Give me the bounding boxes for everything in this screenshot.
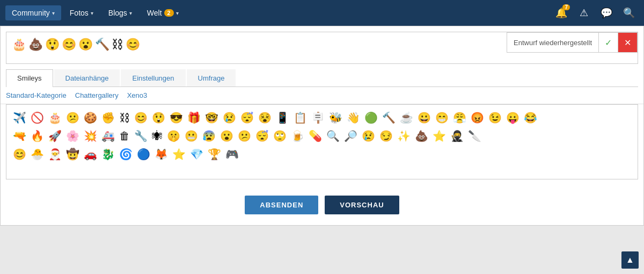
smiley-green[interactable]: 🟢 — [363, 110, 379, 125]
smiley-shock[interactable]: 😲 — [151, 110, 166, 125]
smiley-gem[interactable]: 💎 — [189, 147, 204, 162]
smiley-pill[interactable]: 💊 — [308, 128, 323, 143]
smiley-gold[interactable]: ⭐ — [431, 128, 447, 143]
draft-cancel-button[interactable]: ✕ — [618, 33, 637, 52]
smiley-cool[interactable]: 😎 — [169, 110, 184, 125]
smiley-firefox[interactable]: 🦊 — [153, 147, 169, 162]
submit-button[interactable]: ABSENDEN — [245, 196, 318, 214]
smiley-banned[interactable]: 🚫 — [30, 110, 45, 125]
smiley-ambulance[interactable]: 🚑 — [100, 128, 116, 143]
smiley-mad[interactable]: 😤 — [452, 110, 467, 125]
smiley-gift[interactable]: 🎁 — [186, 110, 202, 125]
notifications-button[interactable]: 🔔 7 — [552, 3, 571, 23]
smiley-dragon[interactable]: 🐉 — [100, 147, 116, 162]
smiley-werderwachsen[interactable]: 🪧 — [310, 110, 326, 125]
editor-smiley-3: 😲 — [45, 38, 60, 52]
smiley-fire[interactable]: 🔥 — [30, 128, 45, 143]
smiley-resistance[interactable]: ✊ — [100, 110, 116, 125]
smiley-trophy[interactable]: 🏆 — [207, 147, 222, 162]
nav-chevron-welt: ▾ — [176, 10, 179, 16]
smiley-tools[interactable]: 🔧 — [133, 128, 149, 143]
smiley-flower[interactable]: 🌸 — [65, 128, 80, 143]
smileys-row-1: ✈️ 🚫 🎂 😕 🍪 ✊ ⛓ 😊 😲 😎 🎁 🤓 😢 😴 😵 📱 📋 🪧 🐝 — [12, 110, 632, 125]
smiley-stars[interactable]: ✨ — [396, 128, 412, 143]
smiley-hi[interactable]: 👋 — [346, 110, 361, 125]
smiley-minion[interactable]: 😀 — [416, 110, 432, 125]
smiley-wink[interactable]: 😉 — [487, 110, 503, 125]
category-chattergallery[interactable]: Chattergallery — [75, 91, 119, 99]
smiley-cry[interactable]: 😢 — [361, 128, 376, 143]
draft-confirm-button[interactable]: ✓ — [598, 33, 618, 52]
smiley-phone[interactable]: 📱 — [275, 110, 290, 125]
smiley-santa[interactable]: 🎅 — [47, 147, 63, 162]
smiley-gun[interactable]: 🔫 — [12, 128, 27, 143]
category-xeno3[interactable]: Xeno3 — [127, 91, 148, 99]
messages-button[interactable]: 💬 — [597, 3, 616, 23]
smiley-sleepy[interactable]: 😴 — [254, 128, 270, 143]
smiley-shit[interactable]: 💩 — [414, 128, 429, 143]
smiley-magnify[interactable]: 🔎 — [343, 128, 358, 143]
smiley-rocket[interactable]: 🚀 — [47, 128, 63, 143]
smiley-tongue[interactable]: 😛 — [505, 110, 521, 125]
smiley-beer[interactable]: 🍺 — [290, 128, 305, 143]
smiley-birthday[interactable]: 🎂 — [47, 110, 63, 125]
smiley-cookie[interactable]: 🍪 — [83, 110, 98, 125]
smiley-glasses[interactable]: 🤓 — [204, 110, 219, 125]
smiley-cringe[interactable]: 😬 — [184, 128, 199, 143]
smiley-wow[interactable]: 😮 — [219, 128, 235, 143]
smiley-chrome[interactable]: 🔵 — [136, 147, 151, 162]
smiley-explosion[interactable]: 💥 — [83, 128, 98, 143]
smiley-rolling[interactable]: 🙄 — [272, 128, 288, 143]
smiley-game[interactable]: 🎮 — [224, 147, 240, 162]
smiley-bee[interactable]: 🐝 — [328, 110, 343, 125]
nav-item-fotos[interactable]: Fotos ▾ — [63, 5, 100, 20]
nav-chevron-fotos: ▾ — [91, 10, 93, 16]
smiley-chick[interactable]: 🐣 — [30, 147, 45, 162]
smiley-growup[interactable]: 📋 — [292, 110, 308, 125]
nav-item-blogs[interactable]: Blogs ▾ — [102, 5, 138, 20]
smiley-silent[interactable]: 🤫 — [166, 128, 181, 143]
smileys-panel-wrapper: Standard-Kategorie Chattergallery Xeno3 … — [1, 87, 643, 179]
smiley-star2[interactable]: ⭐ — [171, 147, 187, 162]
alerts-button[interactable]: ⚠ — [574, 3, 594, 23]
smiley-laugh[interactable]: 😂 — [523, 110, 538, 125]
nav-label-fotos: Fotos — [70, 9, 89, 17]
smiley-airborne[interactable]: ✈️ — [12, 110, 27, 125]
nav-item-community[interactable]: Community ▾ — [5, 5, 61, 20]
smiley-chain[interactable]: ⛓ — [118, 111, 131, 125]
navbar: Community ▾ Fotos ▾ Blogs ▾ Welt 2 ▾ 🔔 7… — [0, 0, 644, 26]
smiley-search[interactable]: 🔍 — [325, 128, 341, 143]
smiley-ninja[interactable]: 🥷 — [449, 128, 465, 143]
smiley-spider[interactable]: 🕷 — [151, 129, 164, 143]
smiley-coffee[interactable]: ☕ — [399, 110, 414, 125]
smiley-happy2[interactable]: 😁 — [434, 110, 450, 125]
smiley-swirl[interactable]: 🌀 — [118, 147, 134, 162]
smiley-smile1[interactable]: 😊 — [133, 110, 149, 125]
smiley-trash[interactable]: 🗑 — [118, 129, 131, 143]
smiley-angry2[interactable]: 😡 — [470, 110, 485, 125]
nav-chevron-blogs: ▾ — [129, 10, 132, 16]
smiley-wayne[interactable]: 🚗 — [83, 147, 98, 162]
nav-item-welt[interactable]: Welt 2 ▾ — [141, 5, 185, 20]
category-standard[interactable]: Standard-Kategorie — [6, 91, 67, 99]
welt-badge: 2 — [164, 9, 174, 17]
smiley-tired[interactable]: 😴 — [239, 110, 255, 125]
search-button[interactable]: 🔍 — [619, 3, 639, 23]
smiley-cowboy[interactable]: 🤠 — [65, 147, 80, 162]
smiley-confused2[interactable]: 😕 — [237, 128, 252, 143]
smiley-plain[interactable]: 😊 — [12, 147, 27, 162]
smiley-knife[interactable]: 🔪 — [467, 128, 482, 143]
tab-umfrage[interactable]: Umfrage — [187, 69, 236, 86]
smiley-sad[interactable]: 😢 — [222, 110, 237, 125]
tab-dateianhaenge[interactable]: Dateianhänge — [54, 69, 120, 86]
smiley-dizzy[interactable]: 😵 — [257, 110, 273, 125]
smiley-nervous[interactable]: 😰 — [201, 128, 217, 143]
smiley-smirk[interactable]: 😏 — [378, 128, 394, 143]
preview-button[interactable]: VORSCHAU — [325, 196, 399, 214]
smiley-confused[interactable]: 😕 — [65, 110, 80, 125]
tab-smileys[interactable]: Smileys — [6, 69, 53, 87]
page-content: 🎂 💩 😲 😊 😮 🔨 ⛓ 😊 Entwurf wiederhergestell… — [0, 26, 644, 226]
tab-einstellungen[interactable]: Einstellungen — [121, 69, 185, 86]
smiley-hammer[interactable]: 🔨 — [381, 110, 397, 125]
draft-notice: Entwurf wiederhergestellt ✓ ✕ — [507, 32, 638, 53]
